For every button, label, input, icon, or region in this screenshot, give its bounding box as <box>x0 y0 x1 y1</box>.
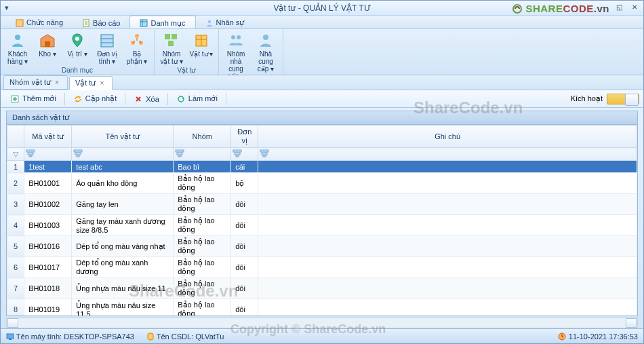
svg-rect-26 <box>77 155 79 157</box>
table-row[interactable]: 2BH01001Áo quần kho đôngBảo hộ lao độngb… <box>7 173 637 194</box>
statusbar: Tên máy tính: DESKTOP-SPSA743 Tên CSDL: … <box>1 328 643 343</box>
delete-button[interactable]: Xóa <box>128 93 165 105</box>
titlebar: ▾ Vật tư - QUẢN LÝ VẬT TƯ SHARECODE.vn ─… <box>1 1 643 16</box>
column-header[interactable]: Đơn vị <box>231 126 258 148</box>
ribbon-customer[interactable]: Khách hàng ▾ <box>3 31 32 66</box>
activate-toggle[interactable] <box>607 94 639 104</box>
table-row[interactable]: 4BH01003Găng tay màu xanh dương size 8/8… <box>7 215 637 236</box>
table-row[interactable]: 3BH01002Găng tay lenBảo hộ lao độngđôi <box>7 194 637 215</box>
table-row[interactable]: 5BH01016Dép tổ ong màu vàng nhạtBảo hộ l… <box>7 236 637 257</box>
svg-rect-29 <box>178 155 181 157</box>
scroll-left-icon[interactable] <box>7 318 18 328</box>
svg-rect-27 <box>176 150 184 152</box>
horizontal-scrollbar[interactable] <box>6 318 638 328</box>
ribbon-location[interactable]: Vị trí ▾ <box>63 31 92 66</box>
ribbon-unit[interactable]: Đơn vị tính ▾ <box>93 31 121 66</box>
svg-rect-35 <box>263 155 266 157</box>
filter-cell[interactable] <box>258 148 637 161</box>
activate-label: Kích hoạt <box>571 94 603 103</box>
svg-rect-33 <box>260 150 268 152</box>
svg-rect-1 <box>16 20 23 26</box>
datetime: 11-10-2021 17:36:53 <box>569 332 638 341</box>
svg-point-9 <box>135 34 139 38</box>
clock-icon <box>558 332 566 341</box>
svg-rect-30 <box>233 150 241 152</box>
menu-tabs: Chức năngBáo cáoDanh mụcNhân sự <box>1 16 643 29</box>
add-icon <box>10 94 20 104</box>
panel-title: Danh sách vật tư <box>6 111 638 124</box>
database-info: Tên CSDL: QLVatTu <box>146 332 224 341</box>
svg-point-4 <box>208 20 211 23</box>
column-header[interactable] <box>7 126 24 148</box>
menu-tab-3[interactable]: Nhân sự <box>196 16 254 28</box>
doc-tab-0[interactable]: Nhóm vật tư× <box>3 75 68 90</box>
menu-tab-2[interactable]: Danh mục <box>129 16 195 28</box>
ribbon-material-group[interactable]: Nhóm vật tư ▾ <box>157 31 186 66</box>
ribbon-supplier[interactable]: Nhà cung cấp ▾ <box>251 31 280 80</box>
svg-rect-22 <box>28 153 33 155</box>
svg-point-17 <box>237 35 241 39</box>
svg-rect-36 <box>7 334 14 339</box>
svg-point-0 <box>513 5 521 13</box>
close-button[interactable]: ✕ <box>627 1 642 12</box>
doc-tab-1[interactable]: Vật tư× <box>69 76 113 90</box>
ribbon-warehouse[interactable]: Kho ▾ <box>33 31 62 66</box>
svg-point-5 <box>15 35 20 40</box>
table-row[interactable]: 6BH01017Dép tổ ong màu xanh dươngBảo hộ … <box>7 257 637 278</box>
svg-rect-37 <box>9 339 12 340</box>
svg-rect-25 <box>75 153 81 155</box>
update-button[interactable]: Cập nhật <box>68 93 122 105</box>
refresh-icon <box>73 94 83 104</box>
document-tabs: Nhóm vật tư×Vật tư× <box>1 75 643 90</box>
app-menu-icon[interactable]: ▾ <box>5 3 9 12</box>
svg-point-20 <box>178 96 184 102</box>
svg-rect-8 <box>101 35 113 47</box>
brand-watermark: SHARECODE.vn <box>512 3 609 14</box>
svg-rect-23 <box>29 155 32 157</box>
add-button[interactable]: Thêm mới <box>5 93 62 105</box>
table-row[interactable]: 7BH01018Ủng nhựa màu nâu size 11Bảo hộ l… <box>7 278 637 299</box>
close-tab-icon[interactable]: × <box>100 79 104 87</box>
svg-rect-12 <box>165 34 170 39</box>
svg-rect-34 <box>262 153 267 155</box>
ribbon-supplier-group[interactable]: Nhóm nhà cung cấp ▾ <box>222 31 250 80</box>
maximize-button[interactable]: ◱ <box>611 1 626 12</box>
svg-rect-3 <box>140 20 147 26</box>
ribbon: Khách hàng ▾Kho ▾Vị trí ▾Đơn vị tính ▾Bộ… <box>1 29 643 75</box>
filter-cell[interactable]: ▽ <box>7 148 24 161</box>
svg-point-16 <box>231 35 235 39</box>
reload-icon <box>176 94 186 104</box>
svg-rect-28 <box>177 153 182 155</box>
menu-tab-0[interactable]: Chức năng <box>6 16 73 28</box>
column-header[interactable]: Mã vật tư <box>24 126 72 148</box>
table-row[interactable]: 8BH01019Ủng nhựa màu nâu size 11.5Bảo hộ… <box>7 299 637 317</box>
data-grid[interactable]: Mã vật tưTên vật tưNhómĐơn vịGhi chú ▽ 1… <box>6 124 638 316</box>
filter-cell[interactable] <box>174 148 231 161</box>
ribbon-material[interactable]: Vật tư ▾ <box>187 31 216 66</box>
column-header[interactable]: Nhóm <box>174 126 231 148</box>
svg-rect-32 <box>236 155 239 157</box>
scroll-right-icon[interactable] <box>626 318 637 328</box>
filter-cell[interactable] <box>231 148 258 161</box>
delete-icon <box>134 94 143 104</box>
svg-rect-24 <box>74 150 82 152</box>
svg-point-18 <box>263 35 268 40</box>
window-title: Vật tư - QUẢN LÝ VẬT TƯ <box>273 3 370 13</box>
menu-tab-1[interactable]: Báo cáo <box>73 16 129 28</box>
refresh-button[interactable]: Làm mới <box>171 93 223 105</box>
column-header[interactable]: Ghi chú <box>258 126 637 148</box>
column-header[interactable]: Tên vật tư <box>72 126 174 148</box>
svg-rect-6 <box>45 41 50 47</box>
toolbar: Thêm mới Cập nhật Xóa Làm mới Kích hoạt <box>1 90 643 108</box>
svg-rect-14 <box>168 41 174 46</box>
svg-rect-13 <box>172 34 177 39</box>
minimize-button[interactable]: ─ <box>596 1 611 12</box>
close-tab-icon[interactable]: × <box>55 79 59 86</box>
filter-cell[interactable] <box>72 148 174 161</box>
svg-rect-21 <box>26 150 35 152</box>
svg-rect-31 <box>235 153 240 155</box>
svg-point-7 <box>75 37 79 41</box>
ribbon-department[interactable]: Bộ phận ▾ <box>123 31 151 66</box>
table-row[interactable]: 11testtest abcBao bìcái <box>7 161 637 173</box>
filter-cell[interactable] <box>24 148 72 161</box>
